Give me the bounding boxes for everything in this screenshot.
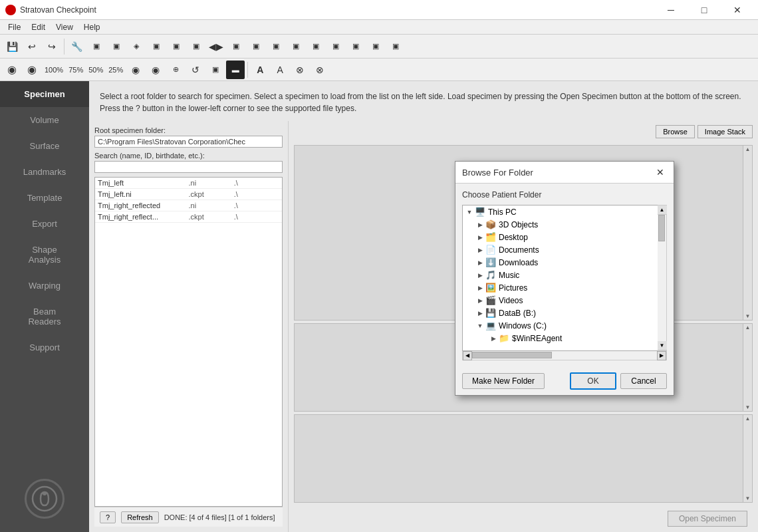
file-row-2[interactable]: Tmj_left.ni .ckpt .\ (95, 189, 282, 200)
tool-7[interactable]: ▣ (187, 37, 205, 56)
tool-10[interactable]: ▣ (247, 37, 265, 56)
tool-9[interactable]: ▣ (227, 37, 245, 56)
sidebar-item-support[interactable]: Support (0, 334, 89, 360)
pct-100[interactable]: 100% (43, 66, 65, 74)
menu-file[interactable]: File (3, 21, 26, 33)
file-row-4[interactable]: Tmj_right_reflect... .ckpt .\ (95, 211, 282, 223)
search-input[interactable] (94, 161, 283, 173)
tree-expand-3dobjects[interactable]: ▶ (476, 221, 484, 229)
font-a-1[interactable]: A (251, 61, 269, 79)
pictures-icon: 🖼️ (485, 283, 496, 293)
tool-14[interactable]: ▣ (326, 37, 345, 56)
pct-50[interactable]: 50% (86, 66, 105, 74)
close-button[interactable]: ✕ (722, 0, 753, 20)
refresh-button[interactable]: Refresh (121, 511, 159, 523)
dialog-close-button[interactable]: ✕ (654, 166, 667, 179)
file-row-1[interactable]: Tmj_left .ni .\ (95, 178, 282, 189)
tool-2[interactable]: ▣ (87, 37, 106, 56)
tree-expand-winreagent[interactable]: ▶ (489, 334, 497, 342)
ok-button[interactable]: OK (570, 372, 616, 390)
vscroll-thumb[interactable] (658, 215, 665, 241)
tool-17[interactable]: ▣ (386, 37, 405, 56)
tree-item-thispc[interactable]: ▼ 🖥️ This PC (463, 205, 658, 218)
tool-8[interactable]: ◀▶ (207, 37, 225, 56)
tree-expand-datab[interactable]: ▶ (476, 309, 484, 317)
tree-item-videos[interactable]: ▶ 🎬 Videos (463, 294, 658, 307)
vscroll-up[interactable]: ▲ (658, 205, 667, 215)
help-button[interactable]: ? (100, 511, 116, 523)
minimize-button[interactable]: ─ (656, 0, 686, 20)
tree-expand-downloads[interactable]: ▶ (476, 259, 484, 267)
tree-expand-windows-c[interactable]: ▼ (476, 322, 484, 330)
tool2-5[interactable]: ⊕ (166, 61, 185, 79)
tool-16[interactable]: ▣ (366, 37, 385, 56)
tool2-2[interactable]: ◉ (23, 61, 41, 79)
tool2-7[interactable]: ▣ (206, 61, 225, 79)
tree-item-datab[interactable]: ▶ 💾 DataB (B:) (463, 307, 658, 319)
tree-expand-videos[interactable]: ▶ (476, 297, 484, 305)
tree-item-documents[interactable]: ▶ 📄 Documents (463, 243, 658, 256)
tree-label-music: Music (499, 271, 519, 280)
sidebar-item-beam-readers[interactable]: BeamReaders (0, 299, 89, 334)
sidebar-item-shape-analysis[interactable]: ShapeAnalysis (0, 237, 89, 273)
tool-15[interactable]: ▣ (346, 37, 365, 56)
tool2-12[interactable]: ⊗ (311, 61, 329, 79)
tool2-1[interactable]: ◉ (3, 61, 21, 79)
tool-4[interactable]: ◈ (127, 37, 146, 56)
tool2-8[interactable]: ▬ (226, 61, 245, 79)
hscroll-right[interactable]: ▶ (657, 351, 666, 360)
tool-6[interactable]: ▣ (167, 37, 186, 56)
tree-expand-documents[interactable]: ▶ (476, 246, 484, 254)
menu-view[interactable]: View (51, 21, 78, 33)
tree-expand-thispc[interactable]: ▼ (465, 208, 473, 216)
tool2-4[interactable]: ◉ (146, 61, 165, 79)
vscroll-down[interactable]: ▼ (658, 341, 667, 350)
tool-5[interactable]: ▣ (147, 37, 166, 56)
menu-edit[interactable]: Edit (26, 21, 51, 33)
redo-button[interactable]: ↪ (43, 37, 61, 56)
tree-view[interactable]: ▼ 🖥️ This PC ▶ 📦 3D Objects (462, 205, 658, 351)
file-name-2: Tmj_left.ni (98, 190, 189, 198)
file-path-2: .\ (234, 190, 279, 198)
sidebar-item-specimen[interactable]: Specimen (0, 81, 89, 107)
tree-item-pictures[interactable]: ▶ 🖼️ Pictures (463, 281, 658, 294)
font-a-2[interactable]: A (271, 61, 289, 79)
tree-item-windows-c[interactable]: ▼ 💻 Windows (C:) (463, 319, 658, 332)
tree-vscroll[interactable]: ▲ ▼ (658, 205, 667, 351)
rotate-button[interactable]: ↺ (186, 61, 205, 79)
sidebar-item-export[interactable]: Export (0, 211, 89, 237)
sidebar-item-volume[interactable]: Volume (0, 107, 89, 133)
tree-item-desktop[interactable]: ▶ 🗂️ Desktop (463, 231, 658, 243)
make-new-folder-button[interactable]: Make New Folder (462, 373, 545, 389)
tool-11[interactable]: ▣ (267, 37, 285, 56)
tree-item-winreagent[interactable]: ▶ 📁 $WinREAgent (463, 332, 658, 344)
tool-13[interactable]: ▣ (307, 37, 325, 56)
tree-item-downloads[interactable]: ▶ ⬇️ Downloads (463, 256, 658, 269)
root-folder-input[interactable] (94, 136, 283, 148)
sidebar-item-landmarks[interactable]: Landmarks (0, 159, 89, 185)
menu-help[interactable]: Help (78, 21, 106, 33)
tool-1[interactable]: 🔧 (67, 37, 86, 56)
sidebar-item-surface[interactable]: Surface (0, 133, 89, 159)
undo-button[interactable]: ↩ (23, 37, 41, 56)
tool-12[interactable]: ▣ (287, 37, 305, 56)
sidebar-item-warping[interactable]: Warping (0, 273, 89, 299)
cancel-button[interactable]: Cancel (620, 373, 667, 389)
hscroll-thumb[interactable] (472, 352, 552, 358)
sidebar-item-template[interactable]: Template (0, 185, 89, 211)
maximize-button[interactable]: □ (689, 0, 719, 20)
save-button[interactable]: 💾 (3, 37, 21, 56)
pct-75[interactable]: 75% (66, 66, 85, 74)
tree-item-3dobjects[interactable]: ▶ 📦 3D Objects (463, 218, 658, 231)
hscroll-left[interactable]: ◀ (463, 351, 472, 360)
file-row-3[interactable]: Tmj_right_reflected .ni .\ (95, 200, 282, 211)
tool2-3[interactable]: ◉ (126, 61, 145, 79)
pct-25[interactable]: 25% (106, 66, 125, 74)
tree-item-music[interactable]: ▶ 🎵 Music (463, 269, 658, 281)
tree-expand-music[interactable]: ▶ (476, 271, 484, 279)
tool2-11[interactable]: ⊗ (291, 61, 309, 79)
datab-icon: 💾 (485, 308, 496, 318)
tree-expand-desktop[interactable]: ▶ (476, 233, 484, 241)
tool-3[interactable]: ▣ (107, 37, 126, 56)
tree-expand-pictures[interactable]: ▶ (476, 284, 484, 292)
